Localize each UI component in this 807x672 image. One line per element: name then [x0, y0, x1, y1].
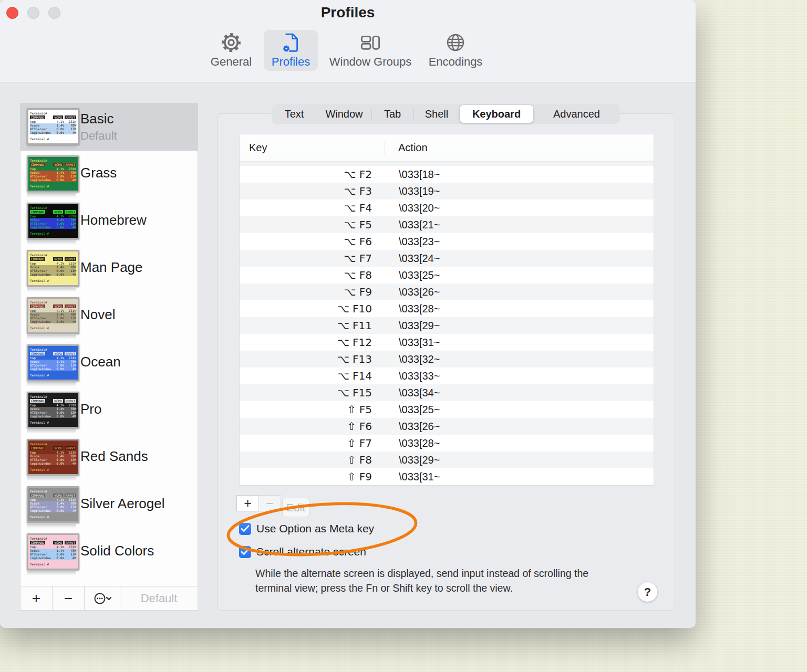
more-options-button[interactable] [85, 586, 120, 610]
table-row[interactable]: ⌥ F12 \033[31~ [240, 334, 654, 351]
action-cell: \033[29~ [385, 320, 440, 332]
window-title: Profiles [0, 4, 696, 21]
table-row[interactable]: ⇧ F7 \033[28~ [240, 435, 654, 452]
tab-window[interactable]: Window [317, 104, 371, 124]
thumbnail-reflection [27, 571, 76, 575]
table-row[interactable]: ⌥ F4 \033[20~ [240, 200, 654, 216]
key-cell: ⇧ F6 [240, 420, 385, 433]
tab-advanced[interactable]: Advanced [533, 104, 620, 124]
profile-list-item[interactable]: Terminal# COMMAND %CPU RPRVT top4.1%231K… [20, 481, 198, 529]
action-cell: \033[24~ [385, 253, 440, 265]
key-cell: ⌥ F13 [240, 353, 385, 365]
action-cell: \033[23~ [385, 236, 440, 248]
table-row[interactable]: ⌥ F13 \033[32~ [240, 351, 654, 368]
profile-name: Silver Aerogel [80, 496, 164, 512]
profile-name: Solid Colors [80, 543, 154, 559]
key-cell: ⇧ F9 [240, 470, 385, 483]
plus-icon: + [32, 590, 40, 607]
table-row[interactable]: ⌥ F6 \033[23~ [240, 233, 654, 250]
key-cell: ⌥ F11 [240, 319, 385, 332]
action-cell: \033[34~ [385, 387, 440, 399]
preferences-window: Profiles General Profiles [0, 0, 696, 628]
profile-list-item[interactable]: Terminal# COMMAND %CPU RPRVT top4.1%231K… [20, 198, 198, 245]
table-header: Key Action [240, 134, 654, 162]
toolbar-item-profiles[interactable]: Profiles [264, 30, 318, 71]
add-profile-button[interactable]: + [20, 586, 53, 610]
toolbar-label: General [211, 55, 252, 69]
key-cell: ⌥ F15 [240, 386, 385, 399]
table-row[interactable]: ⌥ F3 \033[19~ [240, 183, 654, 200]
gear-icon [221, 30, 242, 55]
table-row[interactable]: ⌥ F15 \033[34~ [240, 384, 654, 401]
tab-text[interactable]: Text [272, 104, 317, 124]
checkbox-label: Use Option as Meta key [256, 522, 374, 535]
toolbar-item-window-groups[interactable]: Window Groups [325, 30, 416, 71]
key-cell: ⇧ F7 [240, 437, 385, 449]
default-button[interactable]: Default [120, 586, 198, 610]
profile-list-item[interactable]: Terminal# COMMAND %CPU RPRVT top4.1%231K… [20, 103, 198, 151]
key-cell: ⌥ F14 [240, 370, 385, 382]
checkmark-icon [241, 548, 250, 555]
minus-icon: − [64, 590, 73, 607]
remove-profile-button[interactable]: − [53, 586, 85, 610]
profile-thumbnail: Terminal# COMMAND %CPU RPRVT top4.1%231K… [27, 486, 76, 528]
profile-thumbnail: Terminal# COMMAND %CPU RPRVT top4.1%231K… [27, 297, 76, 339]
action-cell: \033[28~ [385, 303, 440, 315]
profile-list-item[interactable]: Terminal# COMMAND %CPU RPRVT top4.1%231K… [20, 245, 198, 292]
action-cell: \033[26~ [385, 286, 440, 298]
table-row[interactable]: ⇧ F6 \033[26~ [240, 418, 654, 435]
profile-name: Pro [80, 401, 101, 417]
profile-name: Red Sands [80, 448, 148, 465]
checkbox-use-option-as-meta[interactable] [239, 523, 251, 535]
minus-icon: − [266, 496, 274, 511]
table-row[interactable]: ⇧ F8 \033[29~ [240, 452, 654, 468]
key-cell: ⌥ F6 [240, 235, 385, 248]
add-key-button[interactable]: + [236, 495, 259, 511]
action-cell: \033[19~ [385, 185, 440, 197]
table-row[interactable]: ⌥ F8 \033[25~ [240, 267, 654, 284]
profile-name: Grass [80, 165, 117, 181]
titlebar: Profiles General Profiles [0, 0, 696, 82]
toolbar-item-general[interactable]: General [206, 30, 256, 71]
tab-shell[interactable]: Shell [413, 104, 460, 124]
profile-list-item[interactable]: Terminal# COMMAND %CPU RPRVT top4.1%231K… [20, 151, 198, 198]
toolbar-label: Window Groups [329, 55, 412, 69]
key-cell: ⌥ F9 [240, 286, 385, 298]
profile-list-item[interactable]: Terminal# COMMAND %CPU RPRVT top4.1%231K… [20, 292, 198, 340]
profile-list-item[interactable]: Terminal# COMMAND %CPU RPRVT top4.1%231K… [20, 387, 198, 434]
table-row[interactable]: ⌥ F14 \033[33~ [240, 368, 654, 384]
key-cell: ⌥ F10 [240, 302, 385, 315]
action-cell: \033[21~ [385, 219, 440, 231]
key-cell: ⌥ F4 [240, 202, 385, 214]
help-button[interactable]: ? [638, 582, 657, 602]
checkbox-label: Scroll alternate screen [256, 545, 366, 558]
key-cell: ⌥ F7 [240, 252, 385, 265]
key-mapping-table: Key Action ⌥ F2 \033[18~ ⌥ F3 \033[19~ ⌥… [239, 134, 654, 486]
profile-list-item[interactable]: Terminal# COMMAND %CPU RPRVT top4.1%231K… [20, 434, 198, 481]
thumbnail-reflection [27, 335, 76, 339]
key-cell: ⌥ F3 [240, 185, 385, 197]
table-row[interactable]: ⌥ F7 \033[24~ [240, 250, 654, 267]
table-row[interactable]: ⌥ F9 \033[26~ [240, 284, 654, 300]
table-row[interactable]: ⌥ F10 \033[28~ [240, 300, 654, 317]
toolbar-item-encodings[interactable]: Encodings [423, 30, 488, 71]
tab-tab[interactable]: Tab [371, 104, 413, 124]
table-row[interactable]: ⌥ F2 \033[18~ [240, 166, 654, 183]
sidebar-footer: + − Default [20, 586, 198, 610]
tab-keyboard[interactable]: Keyboard [460, 105, 533, 123]
checkbox-scroll-alternate-screen[interactable] [239, 546, 251, 558]
profile-list-item[interactable]: Terminal# COMMAND %CPU RPRVT top4.1%231K… [20, 340, 198, 387]
column-header-key[interactable]: Key [240, 142, 267, 154]
action-cell: \033[20~ [385, 202, 440, 214]
edit-key-button[interactable]: Edit [282, 498, 309, 517]
remove-key-button[interactable]: − [258, 495, 281, 511]
profile-thumbnail: Terminal# COMMAND %CPU RPRVT top4.1%231K… [27, 533, 76, 575]
table-row[interactable]: ⇧ F9 \033[31~ [240, 468, 654, 485]
profile-list-item[interactable]: Terminal# COMMAND %CPU RPRVT top4.1%231K… [20, 529, 198, 576]
table-row[interactable]: ⇧ F5 \033[25~ [240, 401, 654, 418]
column-divider[interactable] [385, 141, 385, 155]
column-header-action[interactable]: Action [398, 142, 428, 154]
thumbnail-reflection [27, 382, 76, 386]
table-row[interactable]: ⌥ F5 \033[21~ [240, 216, 654, 233]
table-row[interactable]: ⌥ F11 \033[29~ [240, 317, 654, 334]
